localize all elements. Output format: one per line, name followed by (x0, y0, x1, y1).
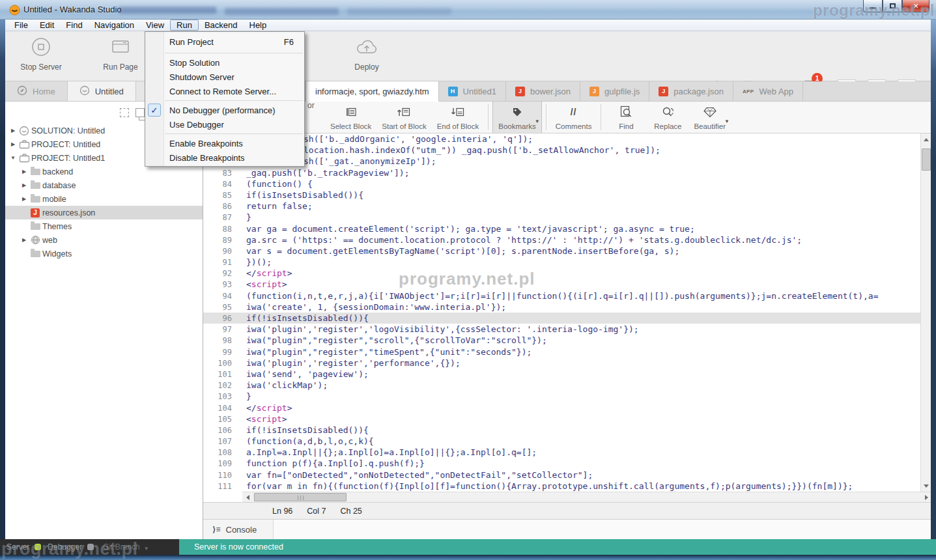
run-menu-item-disable-breakpoints[interactable]: Disable Breakpoints (145, 150, 304, 165)
code-line[interactable]: 93<script> (203, 279, 920, 290)
horizontal-scroll-thumb[interactable] (254, 493, 347, 501)
stop-server-button[interactable]: Stop Server (10, 36, 72, 72)
select-tool-icon[interactable] (120, 108, 129, 117)
code-line[interactable]: 96if(!isInsetsDisabled()){ (203, 313, 920, 324)
run-menu-item-enable-breakpoints[interactable]: Enable Breakpoints (145, 136, 304, 150)
code-line[interactable]: 88var ga = document.createElement('scrip… (203, 223, 920, 234)
code-line[interactable]: 110var fn=["onDetected","onNotDetected",… (203, 469, 920, 481)
chevron-right-icon[interactable]: ▶ (9, 141, 17, 147)
scroll-down-arrow[interactable] (921, 481, 931, 491)
menu-find[interactable]: Find (60, 20, 88, 31)
run-menu-item-stop-solution[interactable]: Stop Solution (145, 55, 304, 70)
menu-edit[interactable]: Edit (34, 20, 60, 31)
code-line[interactable]: 106if(!isInsetsDisabled()){ (203, 425, 920, 436)
run-page-button[interactable]: Run Page (89, 36, 152, 72)
file-tab-package-json[interactable]: Jpackage.json (649, 81, 733, 101)
structure-view-icon[interactable] (135, 108, 145, 117)
tree-item-mobile[interactable]: ▶mobile (5, 192, 203, 206)
tree-item-web[interactable]: ▶web (5, 233, 203, 247)
chevron-right-icon[interactable]: ▶ (20, 196, 28, 202)
maximize-button[interactable] (883, 0, 902, 12)
code-line[interactable]: 102iwa('clickMap'); (203, 380, 920, 391)
code-line[interactable]: 94(function(i,n,t,e,r,j,a){i['IWAObject'… (203, 290, 920, 301)
code-editor[interactable]: 80sh(['b._addOrganic', 'google.interia',… (203, 133, 931, 492)
chevron-down-icon[interactable]: ▼ (724, 119, 730, 124)
code-line[interactable]: 101iwa('send', 'pageview'); (203, 369, 920, 380)
code-line[interactable]: 87} (203, 212, 920, 223)
chevron-right-icon[interactable]: ▶ (20, 169, 28, 175)
code-line[interactable]: 81location.hash.indexOf("utm_")) _gaq.pu… (203, 145, 920, 156)
code-line[interactable]: 92</script> (203, 268, 920, 279)
find-button[interactable]: Find (605, 102, 647, 133)
code-line[interactable]: 83_gaq.push(['b._trackPageview']); (203, 167, 920, 178)
tree-item-backend[interactable]: ▶backend (5, 165, 203, 178)
file-tab-web-app[interactable]: APPWeb App (733, 81, 803, 101)
code-line[interactable]: 91})(); (203, 257, 920, 268)
scroll-left-arrow[interactable] (242, 492, 253, 502)
code-line[interactable]: 111for(var m in fn){(function(f){Inpl[o]… (203, 481, 920, 492)
tree-item-widgets[interactable]: Widgets (5, 247, 203, 260)
tree-item-resources-json[interactable]: Jresources.json (5, 206, 203, 219)
code-line[interactable]: 84(function() { (203, 178, 920, 189)
run-menu-item-connect-to-remote-server[interactable]: Connect to Remote Server... (145, 84, 304, 98)
chevron-down-icon[interactable]: ▼ (144, 546, 149, 552)
code-line[interactable]: 97iwa('plugin','register','logoVisibilit… (203, 324, 920, 335)
menu-backend[interactable]: Backend (199, 20, 244, 31)
run-menu-item-run-project[interactable]: Run ProjectF6 (145, 33, 304, 51)
file-tab-informacje-sport-gwiazdy-htm[interactable]: informacje, sport, gwiazdy.htm (306, 81, 439, 102)
close-button[interactable]: ✕ (902, 0, 929, 12)
code-line[interactable]: 109function p(f){a.Inpl[o].q.push(f);} (203, 458, 920, 469)
code-line[interactable]: 95iwa('create', 1, {sessionDomain:'www.i… (203, 301, 920, 313)
chevron-right-icon[interactable]: ▶ (9, 128, 17, 133)
debugger-status[interactable]: Debugger (48, 542, 82, 552)
bookmarks-button[interactable]: ▼Bookmarks (492, 102, 542, 133)
code-line[interactable]: 100iwa('plugin','register','performance'… (203, 357, 920, 369)
tree-item-database[interactable]: ▶database (5, 178, 203, 192)
code-line[interactable]: 99iwa("plugin","register","timeSpent",{"… (203, 346, 920, 357)
code-line[interactable]: 105<script> (203, 413, 920, 425)
chevron-down-icon[interactable]: ▼ (535, 119, 540, 124)
git-branch-selector[interactable]: Git Branch (103, 542, 140, 552)
chevron-down-icon[interactable]: ▼ (9, 155, 17, 161)
code-line[interactable]: 107(function(a,d,b,l,o,c,k){ (203, 436, 920, 447)
console-tab[interactable]: ⟩≡ Console (203, 520, 274, 539)
scroll-up-arrow[interactable] (921, 134, 931, 145)
start-of-block-button[interactable]: Start of Block (376, 102, 431, 133)
file-tab-gulpfile-js[interactable]: Jgulpfile.js (580, 81, 649, 101)
code-line[interactable]: 82sh(['_gat._anonymizeIp']); (203, 156, 920, 167)
run-menu-item-no-debugger-performance[interactable]: ✓No Debugger (performance) (145, 103, 304, 117)
select-block-button[interactable]: Select Block (325, 102, 376, 133)
menu-view[interactable]: View (140, 20, 170, 31)
chevron-right-icon[interactable]: ▶ (20, 182, 28, 188)
code-line[interactable]: 103} (203, 391, 920, 402)
vertical-scroll-thumb[interactable] (922, 148, 931, 171)
code-line[interactable]: 98iwa("plugin","register","scroll",{"scr… (203, 335, 920, 346)
panel-tab-home[interactable]: Home (5, 81, 68, 101)
tree-item-themes[interactable]: Themes (5, 219, 203, 233)
code-line[interactable]: 104</script> (203, 402, 920, 413)
panel-tab-untitled[interactable]: Untitled (68, 81, 136, 101)
menu-file[interactable]: File (8, 20, 34, 31)
menu-run[interactable]: Run (170, 20, 199, 31)
scroll-right-arrow[interactable] (921, 492, 931, 502)
titlebar[interactable]: Untitled - Wakanda Studio ✕ (0, 0, 936, 20)
file-tab-bower-json[interactable]: Jbower.json (506, 81, 580, 101)
code-line[interactable]: 86return false; (203, 201, 920, 212)
code-line[interactable]: 85if(isInsetsDisabled()){ (203, 189, 920, 201)
menu-help[interactable]: Help (244, 20, 273, 31)
run-menu-item-use-debugger[interactable]: Use Debugger (145, 117, 304, 132)
end-of-block-button[interactable]: End of Block (432, 102, 485, 133)
horizontal-scrollbar[interactable] (242, 492, 931, 502)
code-line[interactable]: 89ga.src = ('https:' == document.locatio… (203, 234, 920, 245)
beautifier-button[interactable]: ▼Beautifier (688, 102, 731, 133)
deploy-button[interactable]: Deploy (335, 36, 398, 72)
code-line[interactable]: 80sh(['b._addOrganic', 'google.interia',… (203, 133, 920, 145)
code-line[interactable]: 90var s = document.getElementsByTagName(… (203, 245, 920, 257)
run-menu-item-shutdown-server[interactable]: Shutdown Server (145, 70, 304, 84)
chevron-right-icon[interactable]: ▶ (20, 237, 28, 243)
vertical-scrollbar[interactable] (920, 133, 931, 492)
replace-button[interactable]: Replace (647, 102, 688, 133)
comments-button[interactable]: //Comments (550, 102, 597, 133)
menu-navigation[interactable]: Navigation (89, 20, 140, 31)
code-line[interactable]: 108a.Inpl=a.Inpl||{};a.Inpl[o]=a.Inpl[o]… (203, 447, 920, 458)
